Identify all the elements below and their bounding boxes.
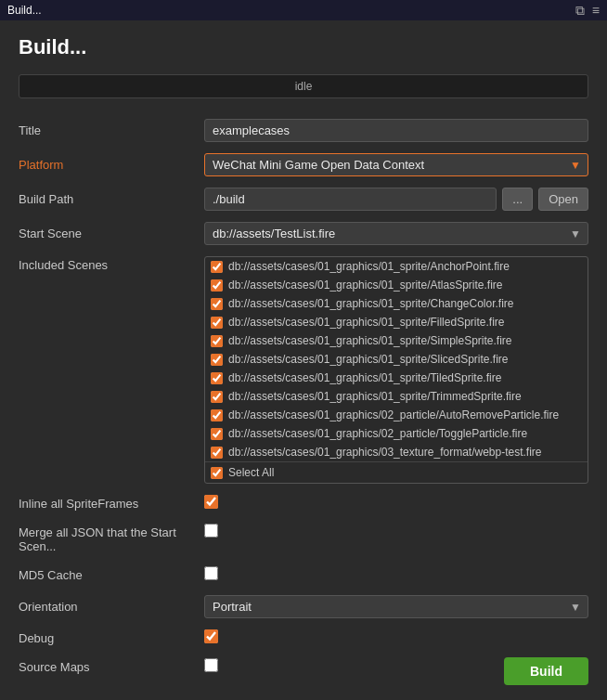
scenes-list[interactable]: db://assets/cases/01_graphics/01_sprite/…: [205, 257, 588, 461]
title-control: [204, 113, 588, 148]
orientation-control: Portrait Landscape ▼: [204, 590, 588, 624]
build-path-control: ... Open: [204, 182, 588, 216]
scene-item-checkbox[interactable]: [211, 354, 223, 366]
merge-json-label: Merge all JSON that the Start Scen...: [19, 518, 204, 561]
debug-control: [204, 624, 588, 652]
list-item: db://assets/cases/01_graphics/01_sprite/…: [205, 350, 588, 369]
start-scene-select-wrapper: db://assets/TestList.fire ▼: [204, 222, 588, 245]
build-button[interactable]: Build: [504, 657, 588, 685]
scene-item-checkbox[interactable]: [211, 279, 223, 292]
platform-select[interactable]: WeChat Mini Game Open Data Context: [204, 153, 588, 176]
included-scenes-label: Included Scenes: [19, 251, 204, 279]
select-all-row: Select All: [205, 461, 588, 483]
title-label: Title: [19, 116, 204, 145]
scene-item-checkbox[interactable]: [211, 391, 223, 403]
scene-item-checkbox[interactable]: [211, 335, 223, 347]
inline-sprites-control: [204, 489, 588, 517]
status-bar: idle: [19, 74, 588, 98]
title-bar: Build... ⧉ ≡: [0, 0, 607, 20]
source-maps-checkbox[interactable]: [204, 658, 218, 672]
footer: Build: [504, 657, 588, 685]
list-item: db://assets/cases/01_graphics/01_sprite/…: [205, 276, 588, 294]
merge-json-checkbox[interactable]: [204, 524, 218, 538]
merge-json-control: [204, 518, 588, 546]
build-path-input[interactable]: [204, 188, 497, 211]
scene-item-label: db://assets/cases/01_graphics/02_particl…: [228, 408, 559, 421]
md5-cache-checkbox[interactable]: [204, 566, 218, 580]
platform-control: WeChat Mini Game Open Data Context ▼: [204, 148, 588, 182]
list-item: db://assets/cases/01_graphics/01_sprite/…: [205, 331, 588, 350]
scene-item-label: db://assets/cases/01_graphics/01_sprite/…: [228, 279, 503, 292]
list-item: db://assets/cases/01_graphics/01_sprite/…: [205, 387, 588, 406]
debug-label: Debug: [19, 624, 204, 653]
list-item: db://assets/cases/01_graphics/01_sprite/…: [205, 257, 588, 276]
list-item: db://assets/cases/01_graphics/01_sprite/…: [205, 369, 588, 387]
scenes-container: db://assets/cases/01_graphics/01_sprite/…: [204, 256, 588, 484]
scene-item-label: db://assets/cases/01_graphics/01_sprite/…: [228, 260, 510, 273]
menu-icon[interactable]: ≡: [592, 3, 600, 19]
scene-item-label: db://assets/cases/01_graphics/02_particl…: [228, 427, 527, 440]
included-scenes-control: db://assets/cases/01_graphics/01_sprite/…: [204, 251, 588, 489]
title-bar-left: Build...: [7, 4, 42, 17]
inline-sprites-checkbox[interactable]: [204, 495, 218, 509]
md5-cache-label: MD5 Cache: [19, 561, 204, 590]
orientation-select-wrapper: Portrait Landscape ▼: [204, 595, 588, 618]
title-input[interactable]: [204, 119, 588, 142]
build-path-dots-button[interactable]: ...: [502, 188, 533, 211]
build-path-label: Build Path: [19, 185, 204, 214]
status-text: idle: [295, 80, 313, 93]
platform-select-wrapper: WeChat Mini Game Open Data Context ▼: [204, 153, 588, 176]
start-scene-control: db://assets/TestList.fire ▼: [204, 216, 588, 251]
md5-cache-control: [204, 561, 588, 589]
select-all-checkbox[interactable]: [211, 467, 223, 479]
scene-item-checkbox[interactable]: [211, 372, 223, 384]
scene-item-label: db://assets/cases/01_graphics/01_sprite/…: [228, 371, 501, 384]
scene-item-checkbox[interactable]: [211, 428, 223, 440]
list-item: db://assets/cases/01_graphics/01_sprite/…: [205, 294, 588, 313]
title-bar-title: Build...: [7, 4, 42, 17]
list-item: db://assets/cases/01_graphics/01_sprite/…: [205, 313, 588, 331]
list-item: db://assets/cases/01_graphics/02_particl…: [205, 406, 588, 424]
scene-item-label: db://assets/cases/01_graphics/01_sprite/…: [228, 334, 512, 347]
scene-item-checkbox[interactable]: [211, 447, 223, 459]
scene-item-label: db://assets/cases/01_graphics/01_sprite/…: [228, 316, 505, 329]
orientation-select[interactable]: Portrait Landscape: [204, 595, 588, 618]
list-item: db://assets/cases/01_graphics/03_texture…: [205, 443, 588, 461]
source-maps-label: Source Maps: [19, 653, 204, 681]
scene-item-label: db://assets/cases/01_graphics/01_sprite/…: [228, 353, 509, 366]
scene-item-checkbox[interactable]: [211, 261, 223, 273]
build-form: Title Platform WeChat Mini Game Open Dat…: [19, 113, 588, 681]
page-title: Build...: [19, 35, 588, 59]
list-item: db://assets/cases/01_graphics/02_particl…: [205, 424, 588, 443]
start-scene-select[interactable]: db://assets/TestList.fire: [204, 222, 588, 245]
main-content: Build... idle Title Platform WeChat Mini…: [0, 20, 607, 696]
title-bar-controls: ⧉ ≡: [575, 3, 600, 19]
orientation-label: Orientation: [19, 592, 204, 621]
inline-sprites-label: Inline all SpriteFrames: [19, 489, 204, 518]
scene-item-checkbox[interactable]: [211, 317, 223, 329]
platform-label: Platform: [19, 150, 204, 179]
scene-item-label: db://assets/cases/01_graphics/01_sprite/…: [228, 297, 514, 310]
build-path-row: ... Open: [204, 188, 588, 211]
build-path-open-button[interactable]: Open: [538, 188, 588, 211]
scene-item-checkbox[interactable]: [211, 409, 223, 421]
debug-checkbox[interactable]: [204, 629, 218, 643]
start-scene-label: Start Scene: [19, 219, 204, 248]
scene-item-label: db://assets/cases/01_graphics/03_texture…: [228, 446, 542, 459]
scene-item-label: db://assets/cases/01_graphics/01_sprite/…: [228, 390, 522, 403]
scene-item-checkbox[interactable]: [211, 298, 223, 310]
restore-icon[interactable]: ⧉: [575, 3, 585, 19]
select-all-label: Select All: [228, 466, 274, 479]
